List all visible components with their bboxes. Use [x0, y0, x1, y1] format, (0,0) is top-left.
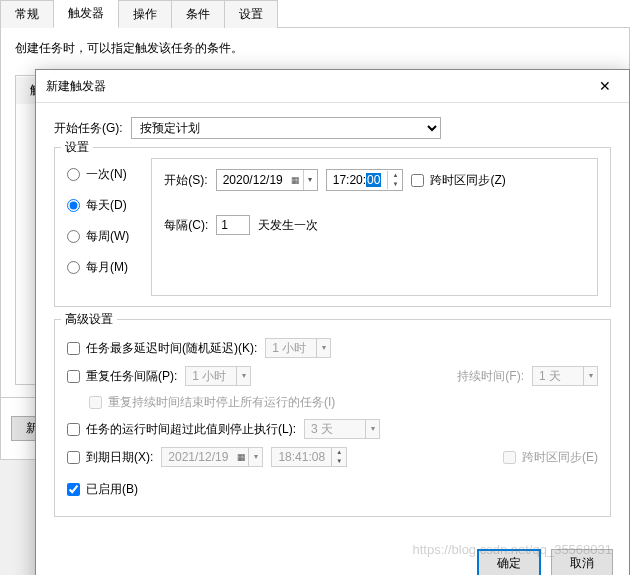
start-time-picker[interactable]: 17:20:00 ▲▼	[326, 169, 404, 191]
frequency-radios: 一次(N) 每天(D) 每周(W) 每月(M)	[67, 158, 137, 296]
time-spinner: ▲▼	[331, 448, 346, 466]
interval-suffix: 天发生一次	[258, 217, 318, 234]
triggers-description: 创建任务时，可以指定触发该任务的条件。	[15, 40, 615, 57]
tab-triggers[interactable]: 触发器	[53, 0, 119, 28]
cancel-button[interactable]: 取消	[551, 549, 613, 575]
enabled-checkbox[interactable]: 已启用(B)	[67, 481, 138, 498]
radio-monthly-input[interactable]	[67, 261, 80, 274]
tab-general[interactable]: 常规	[0, 0, 54, 28]
radio-once-input[interactable]	[67, 168, 80, 181]
start-label: 开始(S):	[164, 172, 207, 189]
chevron-down-icon: ▾	[303, 170, 317, 190]
duration-combo: 1 天 ▾	[532, 366, 598, 386]
chevron-down-icon: ▾	[365, 420, 379, 438]
tab-actions[interactable]: 操作	[118, 0, 172, 28]
delay-combo: 1 小时 ▾	[265, 338, 331, 358]
expire-checkbox[interactable]: 到期日期(X):	[67, 449, 153, 466]
start-date-picker[interactable]: 2020/12/19 ▦ ▾	[216, 169, 318, 191]
time-spinner[interactable]: ▲▼	[387, 171, 402, 189]
radio-weekly[interactable]: 每周(W)	[67, 228, 129, 245]
calendar-icon: ▦	[234, 452, 248, 462]
expire-date-picker: 2021/12/19 ▦ ▾	[161, 447, 263, 467]
radio-once[interactable]: 一次(N)	[67, 166, 129, 183]
radio-weekly-input[interactable]	[67, 230, 80, 243]
radio-daily-input[interactable]	[67, 199, 80, 212]
chevron-down-icon: ▾	[316, 339, 330, 357]
schedule-panel: 开始(S): 2020/12/19 ▦ ▾ 17:20:00 ▲▼ 跨时	[151, 158, 598, 296]
chevron-down-icon: ▾	[248, 448, 262, 466]
calendar-icon: ▦	[289, 175, 303, 185]
begin-task-select[interactable]: 按预定计划	[131, 117, 441, 139]
radio-monthly[interactable]: 每月(M)	[67, 259, 129, 276]
main-tabs: 常规 触发器 操作 条件 设置	[0, 0, 630, 28]
stop-all-checkbox: 重复持续时间结束时停止所有运行的任务(I)	[89, 394, 335, 411]
dialog-title-bar: 新建触发器 ✕	[36, 70, 629, 103]
advanced-group-label: 高级设置	[61, 311, 117, 328]
interval-label: 每隔(C):	[164, 217, 208, 234]
settings-group: 设置 一次(N) 每天(D) 每周(W)	[54, 147, 611, 307]
begin-task-label: 开始任务(G):	[54, 120, 123, 137]
expire-time-picker: 18:41:08 ▲▼	[271, 447, 347, 467]
chevron-down-icon: ▾	[236, 367, 250, 385]
dialog-button-row: 确定 取消	[36, 539, 629, 575]
tab-conditions[interactable]: 条件	[171, 0, 225, 28]
sync-tz-checkbox[interactable]: 跨时区同步(Z)	[411, 172, 505, 189]
chevron-down-icon: ▾	[583, 367, 597, 385]
delay-checkbox[interactable]: 任务最多延迟时间(随机延迟)(K):	[67, 340, 257, 357]
stop-after-combo: 3 天 ▾	[304, 419, 380, 439]
ok-button[interactable]: 确定	[477, 549, 541, 575]
repeat-checkbox[interactable]: 重复任务间隔(P):	[67, 368, 177, 385]
radio-daily[interactable]: 每天(D)	[67, 197, 129, 214]
new-trigger-dialog: 新建触发器 ✕ 开始任务(G): 按预定计划 设置 一次(N) 每天(D)	[35, 69, 630, 575]
settings-group-label: 设置	[61, 139, 93, 156]
close-icon[interactable]: ✕	[591, 76, 619, 96]
interval-input[interactable]	[216, 215, 250, 235]
advanced-group: 高级设置 任务最多延迟时间(随机延迟)(K): 1 小时 ▾ 重复任务间隔(P)…	[54, 319, 611, 517]
repeat-combo: 1 小时 ▾	[185, 366, 251, 386]
expire-sync-tz-checkbox: 跨时区同步(E)	[503, 449, 598, 466]
duration-label: 持续时间(F):	[457, 368, 524, 385]
dialog-title: 新建触发器	[46, 78, 106, 95]
sync-tz-input[interactable]	[411, 174, 424, 187]
stop-after-checkbox[interactable]: 任务的运行时间超过此值则停止执行(L):	[67, 421, 296, 438]
tab-settings[interactable]: 设置	[224, 0, 278, 28]
